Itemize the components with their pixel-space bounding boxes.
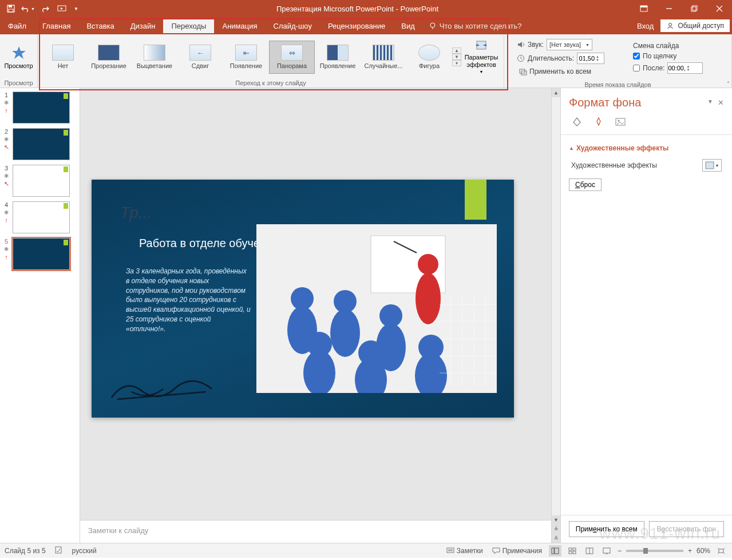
zoom-slider[interactable]: [626, 550, 683, 552]
sound-dropdown[interactable]: [Нет звука]▼: [547, 39, 592, 50]
signin-button[interactable]: Вход: [630, 22, 660, 30]
normal-view-button[interactable]: [549, 545, 561, 557]
gallery-scroll-down[interactable]: ▼: [452, 54, 461, 60]
format-pane-title: Формат фона: [569, 96, 641, 109]
preview-button[interactable]: Просмотр: [2, 45, 35, 69]
zoom-in-button[interactable]: +: [688, 547, 692, 555]
transition-indicator-icon: ✱: [4, 209, 9, 216]
zoom-level[interactable]: 60%: [697, 547, 710, 555]
duration-spinner[interactable]: ▲▼: [577, 53, 604, 64]
apply-to-all-footer-button[interactable]: Применить ко всем: [569, 521, 644, 537]
status-bar: Слайд 5 из 5 русский Заметки Примечания …: [0, 543, 732, 558]
ribbon-display-options-button[interactable]: [631, 0, 656, 17]
collapse-ribbon-button[interactable]: ˄: [727, 81, 730, 87]
slide-editor[interactable]: Тр... Работа в отделе обучения За 3 кале…: [80, 88, 560, 543]
title-bar: ▼ ▼ Презентация Microsoft PowerPoint - P…: [0, 0, 732, 17]
close-button[interactable]: [707, 0, 732, 17]
thumbnail-panel[interactable]: 1✱↑ 2✱↖ 3✱↖ 4✱↑ 5✱↑: [0, 88, 80, 543]
slide-sorter-view-button[interactable]: [566, 545, 579, 557]
svg-rect-45: [56, 547, 61, 553]
svg-rect-51: [569, 548, 572, 550]
pane-close-button[interactable]: ✕: [718, 98, 724, 107]
scroll-up-button[interactable]: ▲: [552, 88, 560, 97]
notes-icon: [446, 547, 454, 554]
play-icon[interactable]: ↖: [4, 144, 9, 151]
language-button[interactable]: русский: [72, 547, 97, 555]
transition-split[interactable]: ⇔Панорама: [269, 41, 315, 74]
tell-me-search[interactable]: Что вы хотите сделать?: [423, 22, 528, 30]
redo-button[interactable]: [38, 1, 53, 16]
thumbnail-2[interactable]: 2✱↖: [2, 128, 77, 160]
gallery-scroll-up[interactable]: ▲: [452, 47, 461, 54]
zoom-out-button[interactable]: −: [618, 547, 622, 555]
tab-animations[interactable]: Анимация: [214, 18, 265, 33]
tab-view[interactable]: Вид: [393, 18, 423, 33]
transition-random-bars[interactable]: Случайные...: [361, 41, 406, 74]
thumbnail-5[interactable]: 5✱↑: [2, 238, 77, 270]
svg-rect-2: [9, 9, 13, 12]
clock-icon: [517, 54, 525, 62]
svg-rect-7: [691, 7, 696, 11]
thumbnail-4[interactable]: 4✱↑: [2, 201, 77, 233]
apply-to-all-button[interactable]: Применить ко всем: [517, 66, 604, 77]
tab-transitions[interactable]: Переходы: [163, 18, 214, 33]
reset-button[interactable]: Сброс: [569, 178, 602, 191]
transition-push[interactable]: ←Сдвиг: [177, 41, 223, 74]
transition-fade[interactable]: Выцветание: [132, 41, 177, 74]
on-click-checkbox[interactable]: [633, 53, 640, 59]
effects-tab[interactable]: [591, 115, 607, 129]
fill-tab[interactable]: [569, 115, 585, 129]
current-slide[interactable]: Тр... Работа в отделе обучения За 3 кале…: [92, 180, 514, 418]
reading-view-button[interactable]: [583, 545, 596, 557]
ribbon-tabs: Файл Главная Вставка Дизайн Переходы Ани…: [0, 17, 732, 34]
after-checkbox[interactable]: [633, 65, 640, 72]
comments-toggle-button[interactable]: Примечания: [490, 546, 544, 556]
thumbnail-3[interactable]: 3✱↖: [2, 165, 77, 197]
artistic-effects-section[interactable]: ▲ Художественные эффекты: [569, 141, 724, 156]
share-button[interactable]: Общий доступ: [660, 19, 730, 32]
notes-placeholder: Заметки к слайду: [88, 526, 148, 535]
tab-home[interactable]: Главная: [34, 18, 78, 33]
fit-to-window-button[interactable]: [715, 545, 727, 557]
play-icon[interactable]: ↖: [4, 180, 9, 188]
qat-customize-button[interactable]: ▼: [72, 1, 80, 16]
gallery-expand[interactable]: ▾: [452, 60, 461, 66]
pane-options-button[interactable]: ▼: [707, 98, 713, 107]
artistic-effects-dropdown[interactable]: ▼: [702, 159, 722, 172]
tab-slideshow[interactable]: Слайд-шоу: [266, 18, 320, 33]
save-button[interactable]: [3, 1, 18, 16]
start-from-beginning-button[interactable]: [55, 1, 70, 16]
transition-none[interactable]: Нет: [40, 41, 86, 74]
tab-file[interactable]: Файл: [0, 17, 34, 34]
spellcheck-button[interactable]: [55, 546, 63, 555]
transition-cut[interactable]: Прорезание: [86, 41, 132, 74]
effect-options-button[interactable]: Параметры эффектов▼: [461, 39, 501, 75]
accent-bar: [465, 180, 486, 220]
transition-shape[interactable]: Фигура: [406, 41, 452, 74]
slide-title-faded: Тр...: [120, 204, 152, 222]
undo-button[interactable]: ▼: [21, 1, 35, 16]
prev-slide-button[interactable]: ≜: [552, 525, 560, 534]
vertical-scrollbar[interactable]: ▲ ▼ ≜ ≛: [551, 88, 560, 543]
slideshow-view-button[interactable]: [600, 545, 613, 557]
tab-insert[interactable]: Вставка: [78, 18, 122, 33]
tab-design[interactable]: Дизайн: [122, 18, 164, 33]
restore-background-button[interactable]: Восстановить фон: [649, 521, 725, 537]
notes-pane[interactable]: Заметки к слайду: [80, 520, 551, 543]
slide-count[interactable]: Слайд 5 из 5: [5, 547, 46, 555]
transition-reveal[interactable]: Проявление: [315, 41, 361, 74]
maximize-button[interactable]: [682, 0, 707, 17]
tab-review[interactable]: Рецензирование: [320, 18, 393, 33]
play-icon[interactable]: ↑: [5, 253, 8, 260]
picture-tab[interactable]: [612, 115, 628, 129]
scroll-down-button[interactable]: ▼: [552, 515, 560, 525]
notes-toggle-button[interactable]: Заметки: [444, 546, 485, 556]
play-icon[interactable]: ↑: [5, 107, 8, 114]
thumbnail-1[interactable]: 1✱↑: [2, 92, 77, 124]
play-icon[interactable]: ↑: [5, 217, 8, 224]
after-spinner[interactable]: ▲▼: [667, 62, 703, 74]
next-slide-button[interactable]: ≛: [552, 534, 560, 543]
minimize-button[interactable]: [656, 0, 682, 17]
slide-image: [256, 224, 497, 393]
transition-wipe[interactable]: ⇤Появление: [223, 41, 269, 74]
